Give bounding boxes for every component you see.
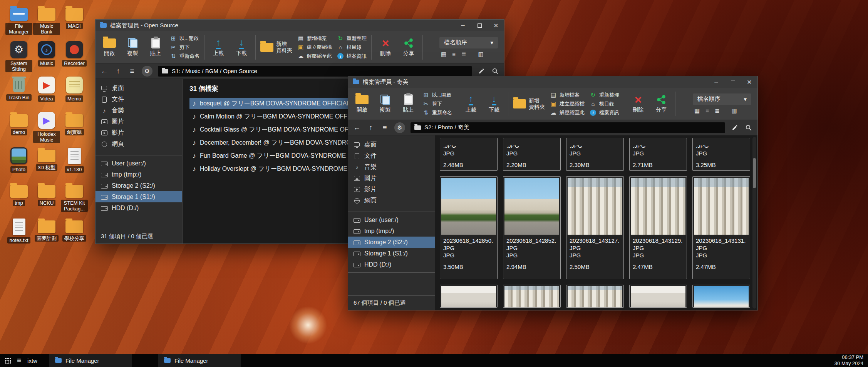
copy-button[interactable]: 複製: [123, 37, 142, 57]
sidebar-item-videos[interactable]: 影片: [348, 184, 435, 195]
sidebar-item-music[interactable]: ♪音樂: [96, 105, 182, 116]
download-button[interactable]: ↓下載: [232, 37, 251, 57]
create-archive-button[interactable]: ▣建立壓縮檔: [297, 43, 332, 51]
desktop-icon-file-manager[interactable]: File Manager: [5, 5, 32, 40]
sidebar-item-web[interactable]: 網頁: [348, 195, 435, 206]
sidebar-drive-user[interactable]: User (user:/): [348, 214, 435, 225]
extract-here-button[interactable]: ☁解壓縮至此: [297, 52, 332, 60]
file-info-button[interactable]: i檔案資訊: [589, 109, 619, 117]
close-button[interactable]: ×: [489, 20, 503, 31]
titlebar[interactable]: 檔案管理員 - 奇美 – ×: [348, 76, 757, 88]
sidebar-drive-storage2[interactable]: Storage 2 (S2:/): [348, 237, 435, 248]
desktop-icon-3d-model[interactable]: 3D 模型: [33, 146, 60, 182]
photo-cell-clipped[interactable]: [566, 285, 624, 308]
sidebar-item-desktop[interactable]: 桌面: [96, 83, 182, 94]
sidebar-drive-hdd[interactable]: HDD (D:/): [348, 259, 435, 270]
desktop-icon-videa[interactable]: ▶Videa: [33, 75, 60, 111]
settings-button[interactable]: ⚙: [142, 66, 152, 77]
new-file-button[interactable]: ▤新增檔案: [297, 35, 332, 42]
sidebar-item-documents[interactable]: 文件: [96, 94, 182, 105]
sidebar-item-music[interactable]: ♪音樂: [348, 162, 435, 173]
desktop-icon-photo[interactable]: Photo: [5, 146, 32, 182]
open-button[interactable]: 開啟: [100, 37, 119, 57]
address-bar[interactable]: S1: / Music / BGM / Open Source: [158, 66, 472, 77]
open-with-button[interactable]: ⊞以...開啟: [169, 35, 199, 42]
desktop-icon-demo[interactable]: demo: [5, 111, 32, 146]
desktop-icon-tmp[interactable]: tmp: [5, 182, 32, 217]
sidebar-drive-hdd[interactable]: HDD (D:/): [96, 202, 182, 214]
view-detail-button[interactable]: ≣: [715, 107, 720, 114]
sort-order-dropdown[interactable]: 檔名順序▾: [693, 93, 751, 105]
file-info-button[interactable]: i檔案資訊: [337, 52, 367, 60]
sidebar-drive-storage2[interactable]: Storage 2 (S2:/): [96, 180, 182, 191]
desktop-icon-notes-txt[interactable]: notes.txt: [5, 217, 32, 252]
sidebar-item-pictures[interactable]: 圖片: [348, 173, 435, 184]
minimize-button[interactable]: –: [710, 76, 723, 88]
refresh-button[interactable]: ↻重新整理: [337, 35, 367, 42]
sidebar-item-videos[interactable]: 影片: [96, 127, 182, 138]
extract-here-button[interactable]: ☁解壓縮至此: [550, 109, 585, 117]
delete-button[interactable]: ×刪除: [376, 37, 395, 57]
back-button[interactable]: ←: [100, 67, 109, 75]
desktop-icon-holodex-music[interactable]: ▶Holodex Music: [33, 111, 60, 146]
sidebar-drive-tmp[interactable]: tmp (tmp:/): [96, 169, 182, 180]
menu-button[interactable]: ≡: [128, 67, 136, 75]
view-column-button[interactable]: ▥: [732, 107, 737, 114]
search-button[interactable]: [744, 124, 753, 131]
sidebar-item-desktop[interactable]: 桌面: [348, 139, 435, 150]
taskbar-menu-button[interactable]: ≡: [17, 356, 21, 365]
photo-cell-clipped[interactable]: [629, 285, 687, 308]
scrollbar-thumb[interactable]: [753, 158, 756, 188]
cut-button[interactable]: ✂剪下: [169, 43, 199, 51]
download-button[interactable]: ↓下載: [485, 94, 503, 113]
minimize-button[interactable]: –: [456, 20, 469, 31]
sort-order-dropdown[interactable]: 檔名順序▾: [439, 37, 498, 48]
sidebar-drive-tmp[interactable]: tmp (tmp:/): [348, 225, 435, 237]
desktop-icon-stem-kit[interactable]: STEM Kit Packag...: [61, 182, 88, 217]
new-folder-button[interactable]: 新增資料夾: [260, 41, 292, 54]
edit-path-button[interactable]: [477, 68, 486, 74]
root-directory-button[interactable]: ⌂根目錄: [589, 100, 619, 108]
titlebar[interactable]: 檔案管理員 - Open Source – ×: [96, 20, 504, 31]
view-list-button[interactable]: ≡: [452, 51, 456, 58]
open-button[interactable]: 開啟: [353, 94, 371, 113]
sidebar-item-documents[interactable]: 文件: [348, 150, 435, 162]
desktop-icon-dream-plan[interactable]: 圓夢計劃: [33, 217, 60, 252]
desktop-icon-school-share[interactable]: 學校分享: [61, 217, 88, 252]
view-grid-button[interactable]: ▦: [441, 51, 446, 58]
desktop-icon-memo[interactable]: Memo: [61, 75, 88, 111]
copy-button[interactable]: 複製: [376, 94, 394, 113]
view-grid-button[interactable]: ▦: [694, 107, 700, 114]
photo-cell[interactable]: 20230618_143131.JPGJPG2.47MB: [692, 176, 750, 279]
view-list-button[interactable]: ≡: [705, 107, 709, 114]
maximize-button[interactable]: [726, 76, 739, 88]
refresh-button[interactable]: ↻重新整理: [589, 91, 619, 99]
settings-button[interactable]: ⚙: [394, 122, 405, 133]
sidebar-drive-storage1[interactable]: Storage 1 (S1:/): [96, 191, 182, 202]
clock[interactable]: 06:37 PM 30 May 2024: [834, 354, 863, 367]
photo-cell-clipped[interactable]: [440, 285, 498, 308]
photo-cell-partial[interactable]: .JPGJPG3.25MB: [692, 138, 750, 171]
rename-button[interactable]: ⇅重新命名: [422, 109, 452, 117]
address-bar[interactable]: S2: / Photo / 奇美: [411, 122, 725, 133]
desktop-icon-recorder[interactable]: Recorder: [61, 40, 88, 75]
app-launcher-button[interactable]: [5, 357, 11, 364]
cut-button[interactable]: ✂剪下: [422, 100, 452, 108]
upload-button[interactable]: ↑上載: [209, 37, 228, 57]
photo-cell-clipped[interactable]: [692, 285, 750, 308]
desktop-icon-music-bank[interactable]: Music Bank: [33, 5, 60, 40]
photo-cell-partial[interactable]: .JPGJPG2.71MB: [629, 138, 687, 171]
edit-path-button[interactable]: [731, 124, 739, 131]
up-button[interactable]: ↑: [114, 67, 122, 75]
close-button[interactable]: ×: [743, 76, 756, 88]
photo-cell[interactable]: 20230618_142852.JPGJPG2.94MB: [503, 176, 561, 279]
upload-button[interactable]: ↑上載: [462, 94, 480, 113]
desktop-icon-v1130[interactable]: v1.130: [61, 146, 88, 182]
desktop-icon-magi[interactable]: MAGI: [61, 5, 88, 40]
photo-cell[interactable]: 20230618_143127.JPGJPG2.50MB: [566, 176, 624, 279]
paste-button[interactable]: 貼上: [146, 37, 165, 57]
sidebar-item-web[interactable]: 網頁: [96, 138, 182, 150]
new-folder-button[interactable]: 新增資料夾: [513, 97, 545, 110]
share-button[interactable]: 分享分享分享: [399, 37, 418, 57]
rename-button[interactable]: ⇅重新命名: [169, 52, 199, 60]
